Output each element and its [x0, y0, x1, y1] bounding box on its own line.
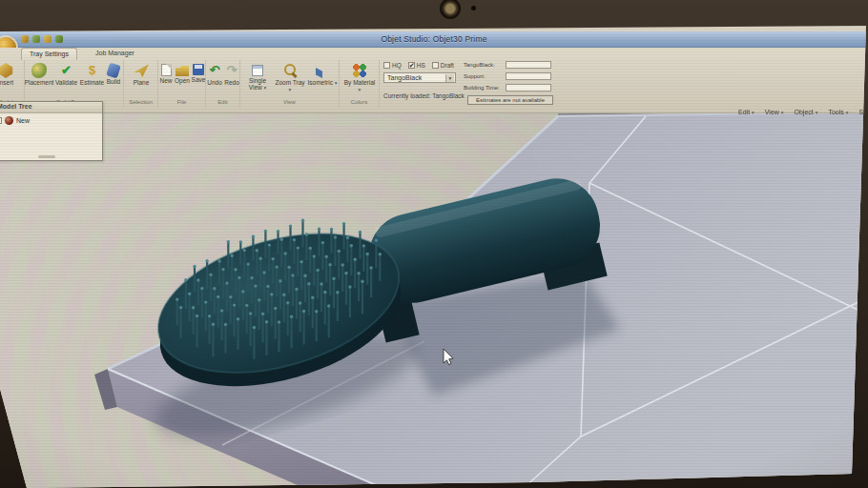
print-mode-options: HQ ✔ HS Draft — [383, 62, 454, 69]
checkbox-draft[interactable] — [432, 62, 439, 69]
ribbon-group-selection: Plane Selection — [124, 60, 158, 108]
ribbon-group-file: New Open Save File — [158, 60, 206, 108]
menu-bar: Edit ▾ View ▾ Object ▾ Tools ▾ Style — [673, 109, 868, 115]
open-button[interactable]: Open — [174, 63, 191, 84]
estimate-time-field[interactable] — [506, 84, 551, 92]
tray-object-icon — [5, 116, 13, 125]
save-disk-icon — [193, 64, 204, 75]
estimate-icon: $ — [85, 63, 100, 78]
quick-access-toolbar — [21, 35, 63, 43]
isometric-cube-icon — [316, 64, 329, 78]
single-view-button[interactable]: Single View ▾ — [242, 63, 273, 91]
plane-button[interactable]: Plane — [127, 63, 155, 86]
quick-access-icon-4[interactable] — [55, 35, 63, 43]
menu-edit[interactable]: Edit ▾ — [738, 109, 754, 115]
zoom-tray-icon — [282, 63, 298, 78]
tab-job-manager[interactable]: Job Manager — [88, 48, 142, 60]
plane-icon — [134, 63, 149, 78]
chevron-down-icon: ▾ — [264, 85, 267, 91]
build-icon — [106, 62, 121, 78]
open-folder-icon — [176, 66, 189, 76]
chevron-down-icon: ▾ — [335, 80, 338, 86]
insert-icon — [0, 63, 13, 78]
placement-icon — [31, 63, 47, 78]
ribbon-group-view: Single View ▾ Zoom Tray ▾ Isometric ▾ Vi… — [240, 60, 340, 108]
menu-view[interactable]: View ▾ — [765, 109, 784, 115]
model-tree-panel: Model Tree - New — [0, 101, 103, 161]
chevron-down-icon: ▾ — [846, 110, 849, 115]
window-title: Objet Studio: Objet30 Prime — [0, 34, 868, 44]
estimates-note: Estimates are not available — [467, 95, 553, 105]
new-button[interactable]: New — [158, 63, 174, 84]
validate-button[interactable]: ✔ Validate — [53, 63, 79, 86]
build-button[interactable]: Build — [103, 63, 124, 85]
save-button[interactable]: Save — [191, 63, 206, 83]
chevron-down-icon: ▾ — [752, 110, 754, 115]
title-bar: Objet Studio: Objet30 Prime — [0, 31, 868, 48]
menu-tools[interactable]: Tools ▾ — [828, 109, 848, 115]
validate-icon: ✔ — [59, 63, 74, 78]
ribbon: Tray Settings Job Manager Insert Model P… — [0, 48, 868, 113]
webcam — [440, 0, 461, 19]
quick-access-icon-2[interactable] — [32, 35, 40, 43]
currently-loaded-status: Currently loaded: TangoBlack — [383, 92, 465, 99]
application-window: Objet Studio: Objet30 Prime Tray Setting… — [0, 0, 868, 488]
zoom-tray-button[interactable]: Zoom Tray ▾ — [275, 63, 305, 92]
ribbon-group-colors: By Material ▾ Colors — [340, 60, 380, 108]
by-material-icon — [352, 63, 367, 78]
ribbon-group-edit: ↶ Undo ↷ Redo Edit — [206, 60, 240, 108]
redo-button[interactable]: ↷ Redo — [223, 63, 240, 86]
by-material-button[interactable]: By Material ▾ — [343, 63, 376, 92]
undo-button[interactable]: ↶ Undo — [206, 63, 223, 86]
microphone-dot — [471, 6, 476, 10]
quick-access-icon-3[interactable] — [44, 35, 52, 43]
estimates-panel: TangoBlack: Support: Building Time: Esti… — [464, 59, 557, 105]
redo-icon: ↷ — [224, 63, 239, 78]
undo-icon: ↶ — [207, 63, 222, 78]
checkbox-hs[interactable]: ✔ — [408, 62, 415, 69]
placement-button[interactable]: Placement — [25, 63, 53, 86]
chevron-down-icon: ▾ — [289, 87, 292, 92]
photo-of-laptop-screen: Objet Studio: Objet30 Prime Tray Setting… — [0, 0, 868, 488]
single-view-icon — [252, 65, 263, 76]
tree-expander-icon[interactable]: - — [0, 117, 2, 124]
menu-object[interactable]: Object ▾ — [795, 109, 818, 115]
model-tree-header: Model Tree — [0, 102, 102, 113]
quick-access-icon-1[interactable] — [21, 35, 29, 43]
insert-button[interactable]: Insert — [0, 63, 21, 86]
panel-resize-grip[interactable] — [38, 155, 55, 158]
chevron-down-icon: ▾ — [445, 74, 454, 82]
chevron-down-icon: ▾ — [781, 110, 784, 115]
menu-style[interactable]: Style — [858, 109, 868, 115]
isometric-button[interactable]: Isometric ▾ — [307, 63, 338, 86]
tree-item-tray[interactable]: - New — [0, 113, 102, 125]
chevron-down-icon: ▾ — [359, 87, 362, 92]
new-file-icon — [161, 64, 172, 76]
estimate-button[interactable]: $ Estimate — [79, 63, 105, 86]
tab-tray-settings[interactable]: Tray Settings — [21, 48, 77, 60]
estimate-material-field[interactable] — [506, 61, 551, 69]
estimate-support-field[interactable] — [506, 72, 551, 80]
chevron-down-icon: ▾ — [816, 110, 818, 115]
checkbox-hq[interactable] — [383, 62, 390, 69]
material-dropdown[interactable]: TangoBlack ▾ — [383, 72, 456, 83]
